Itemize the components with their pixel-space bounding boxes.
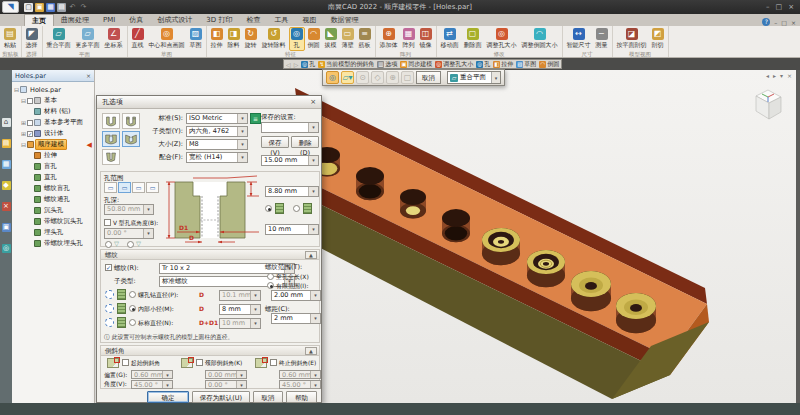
finder-item-同步建模[interactable]: ▣同步建模 — [400, 60, 432, 69]
chamfer-checkbox-终止倒斜角(E)[interactable] — [270, 359, 277, 366]
doc-close-icon[interactable]: × — [791, 19, 796, 26]
dialog-button-帮助(H)[interactable]: 帮助(H) — [286, 391, 317, 403]
extent-from-to-icon[interactable]: ▭ — [146, 182, 159, 193]
ribbon-button-重合平面[interactable]: ▱重合平面 — [45, 27, 73, 51]
next-view-icon[interactable]: ▸ — [773, 72, 776, 79]
tab-曲面处理[interactable]: 曲面处理 — [54, 14, 96, 26]
view-cube[interactable] — [748, 86, 788, 126]
thread-row-radio-标称直径(N):[interactable] — [129, 319, 136, 326]
pathfinder-icon[interactable]: ▤ — [2, 139, 11, 148]
ribbon-button-薄壁[interactable]: ▭薄壁 — [340, 27, 356, 51]
tree-node-基本[interactable]: ⊟基本 — [13, 95, 94, 106]
tree-checkbox[interactable] — [27, 120, 33, 126]
field-combo-配合(F):[interactable]: 宽松 (H14) — [186, 152, 248, 163]
ribbon-button-更多平面[interactable]: ▱更多平面 — [74, 27, 102, 51]
ribbon-button-旋转[interactable]: ↻旋转 — [243, 27, 259, 51]
ribbon-button-剖切[interactable]: ◩剖切 — [650, 27, 666, 51]
hole-diameter-combo[interactable]: 10 mm — [265, 224, 319, 235]
cbore-measure-1-radio[interactable] — [265, 205, 272, 212]
ribbon-button-调整孔大小[interactable]: ◎调整孔大小 — [485, 27, 519, 51]
hole-feature-带螺纹沉头孔[interactable] — [527, 250, 565, 287]
tree-node-带螺纹沉头孔[interactable]: 带螺纹沉头孔 — [13, 216, 94, 227]
dialog-button-取消[interactable]: 取消 — [253, 391, 283, 403]
ribbon-button-添加体[interactable]: ⊕添加体 — [378, 27, 400, 51]
ribbon-button-测量[interactable]: ─测量 — [594, 27, 610, 51]
layers-icon[interactable]: ▣ — [2, 223, 11, 232]
doc-restore-icon[interactable]: □ — [781, 19, 787, 26]
hole-feature-螺纹通孔[interactable] — [442, 209, 470, 242]
tree-node-顺序建模[interactable]: ⊟顺序建模◀ — [13, 139, 94, 150]
hole-feature-埋头孔[interactable] — [571, 271, 611, 311]
tab-仿真[interactable]: 仿真 — [122, 14, 150, 26]
tree-node-盲孔[interactable]: 盲孔 — [13, 161, 94, 172]
dialog-button-确定[interactable]: 确定 — [147, 391, 189, 403]
thread-subtype-combo[interactable]: 标准螺纹 — [159, 276, 295, 287]
ribbon-button-调整倒圆大小[interactable]: ◠调整倒圆大小 — [520, 27, 560, 51]
ribbon-button-拔模[interactable]: ◣拔模 — [323, 27, 339, 51]
v-angle-checkbox[interactable] — [104, 219, 111, 226]
expand-icon[interactable]: ⊞ — [20, 130, 27, 137]
bottom-option-2-radio[interactable] — [127, 241, 134, 248]
tree-node-Holes.par[interactable]: ⊟Holes.par — [13, 84, 94, 95]
thread-range-combo[interactable]: 2.00 mm — [271, 290, 321, 301]
thread-row-radio-螺孔钻直径(P):[interactable] — [129, 291, 136, 298]
undo-icon[interactable]: ↶ — [68, 3, 77, 12]
finder-item-拉伸[interactable]: ◧拉伸 — [493, 60, 513, 69]
key-icon[interactable]: ◆ — [2, 181, 11, 190]
extent-finite-icon[interactable]: ▭ — [118, 182, 131, 193]
tab-检查[interactable]: 检查 — [239, 14, 267, 26]
tab-创成式设计[interactable]: 创成式设计 — [150, 14, 199, 26]
ribbon-button-倒圆[interactable]: ◠倒圆 — [306, 27, 322, 51]
chamfer-checkbox-起始倒斜角[interactable] — [122, 359, 129, 366]
viewport-controls[interactable]: ◂ ▸ ▾ × — [766, 72, 792, 79]
ribbon-button-除料[interactable]: ◨除料 — [226, 27, 242, 51]
field-combo-大小(Z):[interactable]: M8 — [186, 139, 248, 150]
ribbon-button-孔[interactable]: ◎孔 — [289, 27, 305, 51]
save-icon[interactable]: ▦ — [46, 3, 55, 12]
counterbore-depth-combo[interactable]: 8.80 mm — [265, 186, 319, 197]
prev-view-icon[interactable]: ◂ — [766, 72, 769, 79]
tree-node-埋头孔[interactable]: 埋头孔 — [13, 227, 94, 238]
redo-icon[interactable]: ↷ — [79, 3, 88, 12]
thread-checkbox[interactable]: ✓ — [105, 264, 112, 271]
hole-options-dialog[interactable]: 孔选项 × 标准(S):ISO Metric≡子类型(Y):内六角, 4762大… — [96, 95, 322, 403]
hole-feature-带螺纹埋头孔[interactable] — [616, 293, 656, 333]
finder-item-孔[interactable]: ◎孔 — [301, 60, 315, 69]
tree-node-螺纹通孔[interactable]: 螺纹通孔 — [13, 194, 94, 205]
plane-select-icon[interactable]: ▱▾ — [341, 71, 354, 84]
playback-icon[interactable]: ◎ — [2, 244, 11, 253]
ribbon-button-旋转除料[interactable]: ↺旋转除料 — [260, 27, 288, 51]
dialog-button-保存为默认(U)[interactable]: 保存为默认(U) — [192, 391, 250, 403]
minimize-button[interactable]: – — [766, 3, 770, 11]
finder-item-草图[interactable]: ▨草图 — [516, 60, 536, 69]
ribbon-button-拉伸[interactable]: ◧拉伸 — [209, 27, 225, 51]
countersink-hole-icon[interactable] — [122, 131, 140, 147]
document-close-icon[interactable]: × — [86, 72, 91, 79]
ribbon-button-草图[interactable]: ▨草图 — [188, 27, 204, 51]
collapse-icon[interactable]: ⊟ — [20, 97, 27, 104]
library-icon[interactable]: ▦ — [2, 160, 11, 169]
plane-select-combo[interactable]: ▱重合平面▾ — [447, 71, 501, 84]
extent-through-icon[interactable]: ▭ — [104, 182, 117, 193]
range-radio-有限范围(I):[interactable] — [267, 282, 274, 289]
standards-options-button[interactable]: ≡ — [250, 113, 261, 124]
threaded-hole-icon[interactable] — [122, 113, 140, 129]
finder-item-孔[interactable]: ◎孔 — [476, 60, 490, 69]
finder-item-倒圆[interactable]: ◠倒圆 — [539, 60, 559, 69]
saved-settings-combo[interactable] — [261, 122, 319, 133]
hole-feature-螺纹盲孔[interactable] — [400, 189, 426, 219]
ribbon-button-坐标系[interactable]: ∠坐标系 — [103, 27, 125, 51]
tab-视图[interactable]: 视图 — [295, 14, 323, 26]
doc-minimize-icon[interactable]: – — [774, 19, 777, 26]
delete-button[interactable]: 删除(D) — [291, 136, 319, 148]
dialog-title-bar[interactable]: 孔选项 × — [97, 96, 321, 109]
collapse-icon[interactable]: ⊟ — [20, 141, 27, 148]
ribbon-button-阵列[interactable]: ▦阵列 — [401, 27, 417, 51]
counterbore-diameter-combo[interactable]: 15.00 mm — [261, 155, 319, 166]
finder-forward-icon[interactable]: ▷ — [294, 61, 299, 68]
expand-icon[interactable]: ⊞ — [20, 119, 27, 126]
view-menu-icon[interactable]: ▾ — [780, 72, 783, 79]
ribbon-button-直线[interactable]: ╱直线 — [130, 27, 146, 51]
finder-item-调整孔大小[interactable]: ◎调整孔大小 — [435, 60, 473, 69]
tree-node-沉头孔[interactable]: 沉头孔 — [13, 205, 94, 216]
